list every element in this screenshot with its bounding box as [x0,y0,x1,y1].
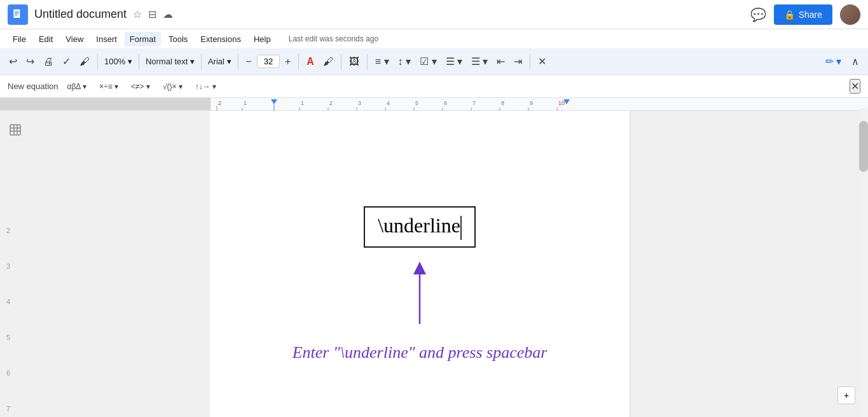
document-page[interactable]: \underline Enter "\underline" and press … [210,111,630,417]
svg-marker-8 [271,99,277,104]
separator-7 [367,54,368,69]
eq-ops-button[interactable]: ×÷≡ ▾ [95,81,122,92]
decrease-font-button[interactable]: − [242,53,256,70]
svg-rect-31 [10,125,20,135]
ruler-left-margin [0,98,210,110]
last-edit-status: Last edit was seconds ago [289,34,378,43]
equation-group-3: <≠> ▾ [127,81,154,92]
equation-group-2: ×÷≡ ▾ [95,81,122,92]
menu-help[interactable]: Help [249,32,276,46]
svg-text:9: 9 [530,100,533,106]
left-margin: 2 3 4 5 6 7 8 9 [0,111,210,417]
indent-inc-button[interactable]: ⇥ [510,53,526,70]
table-icon[interactable] [9,124,22,139]
font-size-control: − 32 + [242,53,295,70]
svg-text:2: 2 [329,100,333,106]
svg-text:2: 2 [218,100,221,106]
increase-font-button[interactable]: + [281,53,294,70]
separator-5 [298,54,299,69]
star-icon[interactable]: ☆ [133,8,142,20]
paint-button[interactable]: 🖌 [76,53,93,70]
svg-text:1: 1 [244,100,247,106]
menu-tools[interactable]: Tools [163,32,193,46]
menu-format[interactable]: Format [125,32,161,46]
separator-8 [530,54,530,69]
page-num-5: 5 [6,334,10,369]
equation-close-button[interactable]: ✕ [850,79,860,94]
equation-bar: New equation αβΔ ▾ ×÷≡ ▾ <≠> ▾ √()× ▾ ↑↓… [0,75,868,98]
separator-3 [201,54,202,69]
align-button[interactable]: ≡ ▾ [371,53,393,70]
nav-down-button[interactable]: + [837,386,855,404]
folder-icon[interactable]: ⊟ [148,8,156,20]
separator-1 [97,54,98,69]
eq-relations-button[interactable]: <≠> ▾ [127,81,154,92]
clear-format-button[interactable]: ✕ [534,53,550,70]
toolbar: ↩ ↪ 🖨 ✓ 🖌 100% ▾ Normal text ▾ Arial ▾ −… [0,48,868,75]
annotation-area: Enter "\underline" and press spacebar [293,260,548,362]
menu-edit[interactable]: Edit [34,32,58,46]
equation-group-1: αβΔ ▾ [64,81,91,92]
scrollbar-thumb[interactable] [859,121,868,172]
image-button[interactable]: 🖼 [345,53,363,70]
doc-title[interactable]: Untitled document [34,8,127,21]
menu-view[interactable]: View [60,32,88,46]
ruler-content: 2 1 1 2 3 4 5 6 7 8 9 10 [210,98,868,110]
eq-greek-button[interactable]: αβΔ ▾ [64,81,91,92]
eq-arrows-button[interactable]: ↑↓→ ▾ [191,81,220,92]
scrollbar-track[interactable] [859,108,868,417]
svg-text:10: 10 [558,100,565,106]
font-select[interactable]: Arial ▾ [205,55,234,67]
cloud-icon[interactable]: ☁ [163,8,173,20]
title-info: Untitled document ☆ ⊟ ☁ [34,8,750,21]
equation-box[interactable]: \underline [364,206,476,248]
page-num-6: 6 [6,369,10,405]
svg-text:6: 6 [444,100,447,106]
menu-file[interactable]: File [8,32,31,46]
title-bar: Untitled document ☆ ⊟ ☁ 💬 🔒 Share [0,0,868,29]
menu-bar: File Edit View Insert Format Tools Exten… [0,29,868,48]
menu-insert[interactable]: Insert [91,32,122,46]
arrow-svg [401,260,439,337]
app-icon [8,4,28,25]
avatar[interactable] [840,4,860,25]
style-select[interactable]: Normal text ▾ [143,55,197,67]
line-spacing-button[interactable]: ↕ ▾ [394,53,415,70]
svg-marker-37 [413,262,426,274]
svg-text:4: 4 [387,100,390,106]
svg-text:5: 5 [415,100,418,106]
page-num-7: 7 [6,405,10,417]
instruction-text: Enter "\underline" and press spacebar [293,343,548,362]
separator-4 [238,54,238,69]
comment-button[interactable]: 💬 [750,7,766,22]
share-button[interactable]: 🔒 Share [774,4,832,25]
header-right: 💬 🔒 Share [750,4,860,25]
font-size-value[interactable]: 32 [257,55,280,68]
spell-button[interactable]: ✓ [59,53,74,70]
indent-dec-button[interactable]: ⇤ [493,53,509,70]
redo-button[interactable]: ↪ [22,53,38,70]
text-color-button[interactable]: 🖌 [319,53,337,70]
equation-label: New equation [8,81,59,91]
equation-group-5: ↑↓→ ▾ [191,81,220,92]
menu-extensions[interactable]: Extensions [195,32,246,46]
eq-math-button[interactable]: √()× ▾ [159,81,186,92]
ruler: 2 1 1 2 3 4 5 6 7 8 9 10 [0,98,868,111]
bold-button[interactable]: A [303,53,318,70]
equation-content-area: \underline Enter "\underline" and press … [293,168,548,362]
numbered-button[interactable]: ☰ ▾ [467,53,492,70]
equation-group-4: √()× ▾ [159,81,186,92]
svg-rect-1 [15,11,19,12]
undo-button[interactable]: ↩ [5,53,21,70]
collapse-toolbar-button[interactable]: ∧ [848,53,863,70]
svg-rect-2 [15,13,19,13]
separator-2 [139,54,139,69]
main-layout: 2 3 4 5 6 7 8 9 \underline [0,111,868,417]
bullets-button[interactable]: ☰ ▾ [442,53,466,70]
print-button[interactable]: 🖨 [39,53,57,70]
svg-text:1: 1 [301,100,304,106]
zoom-select[interactable]: 100% ▾ [102,55,135,67]
doc-area: \underline Enter "\underline" and press … [210,111,855,417]
edit-mode-button[interactable]: ✏ ▾ [822,53,845,70]
checklist-button[interactable]: ☑ ▾ [416,53,440,70]
